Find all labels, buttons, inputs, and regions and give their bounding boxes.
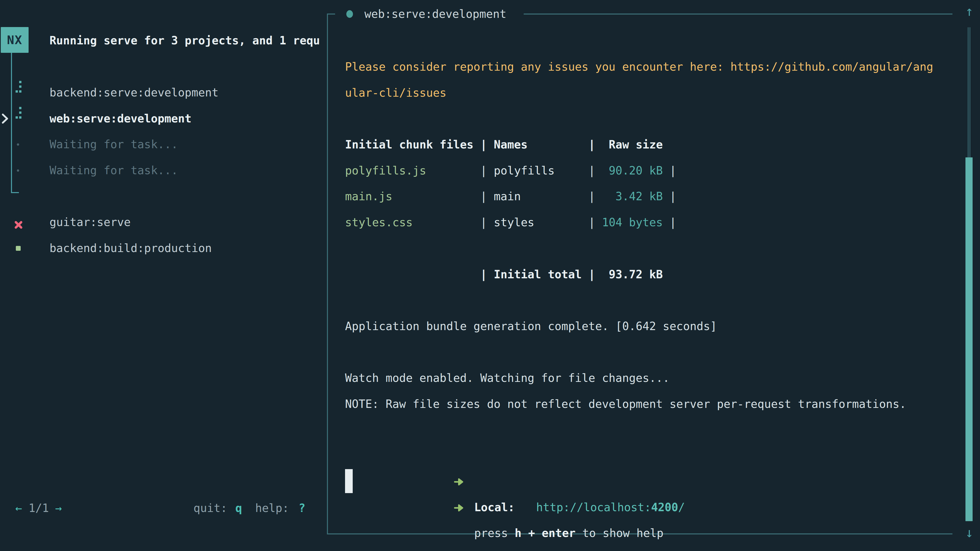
task-label: backend:build:production: [49, 235, 212, 261]
task-row-backend-build[interactable]: backend:build:production: [0, 235, 324, 261]
failed-x-icon: [14, 218, 22, 231]
task-group-tree-foot: [11, 192, 19, 193]
success-square-icon: [16, 246, 21, 251]
url-prefix: http://localhost:: [536, 501, 651, 514]
header-names: Names: [487, 138, 588, 151]
chunk-name: main: [487, 190, 588, 203]
initial-total-row: | Initial total | 93.72 kB: [345, 262, 958, 287]
chunk-name: polyfills: [487, 164, 588, 177]
note-line: NOTE: Raw file sizes do not reflect deve…: [345, 391, 958, 417]
warning-line-2: ular-cli/issues: [345, 80, 958, 106]
nx-logo-text: NX: [7, 33, 22, 47]
header-raw-size: Raw size: [595, 138, 663, 151]
url-suffix: /: [678, 501, 685, 514]
total-size: 93.72 kB: [595, 268, 663, 281]
scrollbar-thumb[interactable]: [966, 157, 973, 521]
pipe: |: [589, 268, 595, 281]
pipe: |: [663, 216, 676, 229]
help-key: ?: [299, 495, 305, 521]
scrollbar-track-line-left: [968, 27, 969, 157]
pipe: |: [663, 164, 676, 177]
help-hint-line: press h + enter to show help: [345, 443, 958, 469]
pipe: |: [480, 164, 487, 177]
panel-title: web:serve:development: [364, 1, 506, 27]
pipe: |: [480, 216, 487, 229]
watch-mode-line: Watch mode enabled. Watching for file ch…: [345, 365, 958, 391]
waiting-dot-icon: [17, 169, 19, 171]
task-label: Waiting for task...: [49, 158, 178, 183]
task-row-waiting-1[interactable]: Waiting for task...: [0, 132, 324, 157]
header-files: Initial chunk files: [345, 138, 480, 151]
pipe: |: [480, 138, 487, 151]
chunk-name: styles: [487, 216, 588, 229]
bundle-complete-line: Application bundle generation complete. …: [345, 313, 958, 339]
cursor-line: [345, 469, 958, 495]
pipe: |: [663, 190, 676, 203]
page-next-arrow[interactable]: →: [55, 495, 62, 521]
pipe: |: [480, 190, 487, 203]
spinner-icon: [16, 81, 22, 95]
help-hint-label: help:: [255, 495, 289, 521]
task-row-web-serve-selected[interactable]: web:serve:development: [0, 106, 324, 131]
total-label: Initial total: [487, 268, 588, 281]
nx-tui-window: NX Running serve for 3 projects, and 1 r…: [0, 0, 980, 551]
local-url-line: Local:http://localhost:4200/: [345, 417, 958, 443]
task-row-guitar-serve[interactable]: guitar:serve: [0, 210, 324, 235]
chunk-size: 3.42 kB: [595, 190, 663, 203]
sidebar-header: Running serve for 3 projects, and 1 requ: [49, 28, 326, 53]
chunk-size: 90.20 kB: [595, 164, 663, 177]
panel-border-top: [524, 14, 953, 14]
hint-pre: press: [474, 527, 515, 540]
selection-chevron-icon: [1, 113, 9, 127]
waiting-dot-icon: [17, 143, 19, 146]
hint-post: to show help: [576, 527, 663, 540]
blank-line: [345, 339, 958, 365]
scroll-down-arrow[interactable]: ↓: [962, 525, 977, 540]
pipe: |: [480, 268, 487, 281]
terminal-block-cursor: [345, 469, 353, 493]
pipe: |: [589, 216, 595, 229]
pipe: |: [589, 138, 595, 151]
task-label: web:serve:development: [49, 106, 191, 131]
blank-line: [345, 287, 958, 313]
chunk-file: polyfills.js: [345, 164, 480, 177]
task-label: Waiting for task...: [49, 132, 178, 157]
blank-line: [345, 235, 958, 262]
page-indicator: 1/1: [29, 495, 49, 521]
pipe: |: [589, 164, 595, 177]
panel-status-bullet-icon: [346, 10, 353, 18]
task-label: guitar:serve: [49, 210, 130, 235]
task-row-waiting-2[interactable]: Waiting for task...: [0, 158, 324, 183]
quit-key: q: [235, 495, 242, 521]
task-label: backend:serve:development: [49, 80, 218, 105]
page-prev-arrow[interactable]: ←: [15, 495, 22, 521]
nx-logo: NX: [1, 27, 29, 53]
chunk-table-row: main.js | main | 3.42 kB |: [345, 183, 958, 210]
blank-line: [345, 106, 958, 132]
panel-border-left: [327, 14, 328, 534]
warning-line-1: Please consider reporting any issues you…: [345, 54, 958, 80]
hint-keys: h + enter: [515, 527, 576, 540]
terminal-output: Please consider reporting any issues you…: [345, 54, 958, 495]
chunk-table-header: Initial chunk files | Names | Raw size: [345, 132, 958, 158]
chunk-table-row: polyfills.js | polyfills | 90.20 kB |: [345, 158, 958, 184]
chunk-file: main.js: [345, 190, 480, 203]
scroll-up-arrow[interactable]: ↑: [962, 3, 977, 19]
chunk-table-row: styles.css | styles | 104 bytes |: [345, 210, 958, 235]
chunk-file: styles.css: [345, 216, 480, 229]
quit-hint-label: quit:: [193, 495, 227, 521]
task-row-backend-serve[interactable]: backend:serve:development: [0, 80, 324, 105]
chunk-size: 104 bytes: [595, 216, 663, 229]
local-label: Local:: [474, 501, 515, 514]
pipe: |: [589, 190, 595, 203]
url-port: 4200: [651, 501, 678, 514]
pad: [345, 268, 480, 281]
scrollbar-track-line-right: [969, 27, 970, 157]
spinner-icon: [16, 107, 22, 121]
local-url[interactable]: http://localhost:4200/: [536, 501, 685, 514]
panel-border-top-stub: [327, 14, 335, 14]
